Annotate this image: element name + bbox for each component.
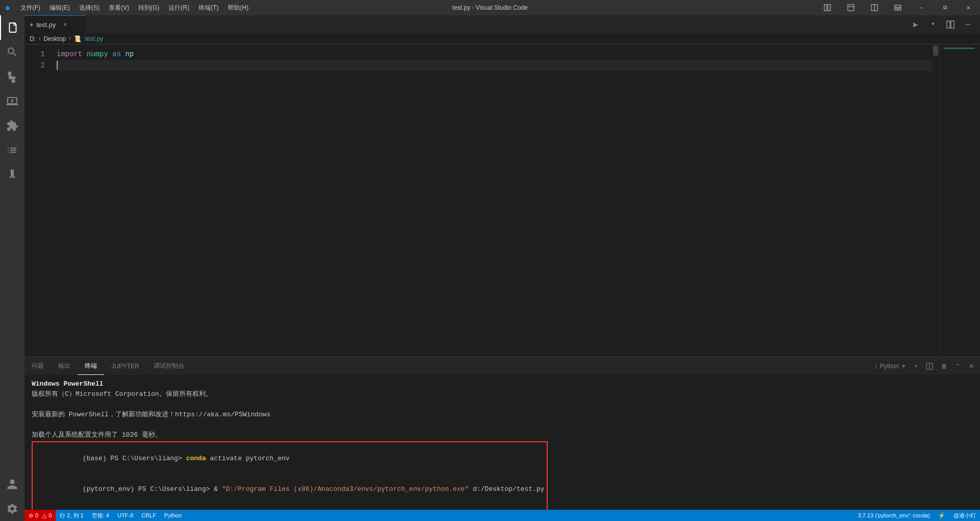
panel: 问题 输出 终端 JUPYTER 调试控制台 〈 Python ▼ + 🗑 [24, 357, 980, 510]
maximize-panel-btn[interactable]: ⌃ [952, 362, 964, 371]
terminal-shell-selector[interactable]: 〈 Python ▼ [872, 362, 909, 371]
more-actions-btn[interactable]: ⋯ [961, 17, 975, 32]
status-bar-left: ⊘ 0 △ 0 行 2, 列 1 空格: 4 UTF-8 CRLF [24, 510, 186, 521]
breadcrumb-drive[interactable]: D: [30, 35, 36, 42]
status-encoding[interactable]: UTF-8 [113, 510, 137, 521]
minimap [939, 44, 980, 357]
minimize-btn[interactable]: − [910, 0, 933, 15]
menu-terminal[interactable]: 终端(T) [194, 2, 223, 14]
main-layout: ● test.py ✕ ▶ ▼ ⋯ D: › Desktop › 📜 test.… [0, 15, 980, 521]
editor-cursor [57, 61, 58, 70]
svg-rect-6 [895, 5, 901, 7]
status-cursor-position[interactable]: 行 2, 列 1 [56, 510, 87, 521]
terminal-content[interactable]: Windows PowerShell 版权所有（C）Microsoft Corp… [24, 375, 980, 510]
panel-tab-terminal[interactable]: 终端 [78, 357, 104, 375]
titlebar-left: ◆ 文件(F) 编辑(E) 选择(S) 查看(V) 转到(G) 运行(R) 终端… [5, 2, 253, 14]
panel-tab-debug-console[interactable]: 调试控制台 [146, 357, 191, 375]
menu-edit[interactable]: 编辑(E) [45, 2, 74, 14]
breadcrumb-folder[interactable]: Desktop [43, 35, 66, 42]
status-spaces[interactable]: 空格: 4 [88, 510, 113, 521]
tab-actions: ▶ ▼ ⋯ [909, 15, 980, 33]
conda-prompt-prefix: (base) PS C:\Users\liang> [83, 455, 186, 462]
spaces-text: 空格: 4 [92, 512, 109, 519]
panel-layout-btn[interactable] [839, 0, 863, 15]
window-title: test.py - Visual Studio Code [452, 4, 528, 11]
panel-tabs: 问题 输出 终端 JUPYTER 调试控制台 〈 Python ▼ + 🗑 [24, 357, 980, 375]
menu-run[interactable]: 运行(R) [164, 2, 193, 14]
menu-goto[interactable]: 转到(G) [134, 2, 163, 14]
user-text: @凌小灯 [953, 512, 976, 519]
run-cmd-amp: & [214, 485, 222, 493]
menu-help[interactable]: 帮助(H) [224, 2, 253, 14]
menu-view[interactable]: 查看(V) [105, 2, 133, 14]
np-identifier: np [125, 49, 134, 60]
activity-item-remote-explorer[interactable] [0, 138, 24, 162]
activity-bar-bottom [0, 472, 24, 521]
status-python-version[interactable]: 3.7.13 ('pytorch_env': conda) [854, 510, 934, 521]
layout-btn[interactable] [816, 0, 839, 15]
line-number-1: 1 [24, 49, 45, 60]
activity-item-settings[interactable] [0, 496, 24, 521]
python-file-icon: ● [30, 21, 33, 28]
panel-tab-jupyter[interactable]: JUPYTER [104, 357, 146, 375]
ps-header: Windows PowerShell [32, 380, 103, 388]
kill-terminal-btn[interactable]: 🗑 [938, 362, 950, 371]
vscode-icon: ◆ [5, 3, 10, 13]
code-content[interactable]: import numpy as np [53, 44, 932, 357]
warning-icon: △ [42, 512, 46, 519]
customize-layout-btn[interactable] [886, 0, 910, 15]
status-lightning[interactable]: ⚡ [934, 510, 949, 521]
error-count: 0 [35, 512, 38, 518]
terminal-line-4: 安装最新的 PowerShell，了解新功能和改进！https://aka.ms… [32, 410, 973, 420]
pytorch-prompt-prefix: (pytorch_env) PS C:\Users\liang> [83, 485, 214, 493]
svg-rect-7 [895, 8, 897, 10]
status-errors[interactable]: ⊘ 0 △ 0 [24, 510, 56, 521]
panel-tab-problems[interactable]: 问题 [24, 357, 51, 375]
vertical-scrollbar[interactable] [932, 44, 939, 357]
tab-close-btn[interactable]: ✕ [61, 20, 69, 29]
panel-tab-output[interactable]: 输出 [51, 357, 78, 375]
status-language[interactable]: Python [160, 510, 186, 521]
terminal-line-prompt: (pytorch_env) PS C:\Users\liang> [35, 505, 545, 510]
menu-select[interactable]: 选择(S) [75, 2, 104, 14]
split-editor-right-btn[interactable] [943, 17, 958, 32]
terminal-dropdown-icon: ▼ [901, 364, 906, 369]
split-terminal-btn[interactable] [923, 362, 936, 371]
activity-item-extensions[interactable] [0, 113, 24, 138]
restore-btn[interactable]: ⧉ [933, 0, 957, 15]
activity-item-account[interactable] [0, 472, 24, 496]
breadcrumb: D: › Desktop › 📜 test.py [24, 33, 980, 44]
close-btn[interactable]: ✕ [957, 0, 980, 15]
activity-item-search[interactable] [0, 40, 24, 64]
terminal-line-conda: (base) PS C:\Users\liang> conda activate… [35, 443, 545, 474]
run-dropdown-btn[interactable]: ▼ [926, 17, 940, 32]
menu-file[interactable]: 文件(F) [16, 2, 44, 14]
status-line-ending[interactable]: CRLF [137, 510, 160, 521]
status-user[interactable]: @凌小灯 [949, 510, 980, 521]
split-editor-btn[interactable] [863, 0, 886, 15]
titlebar: ◆ 文件(F) 编辑(E) 选择(S) 查看(V) 转到(G) 运行(R) 终端… [0, 0, 980, 15]
close-panel-btn[interactable]: ✕ [966, 362, 977, 371]
activity-item-source-control[interactable] [0, 64, 24, 89]
svg-rect-1 [828, 5, 830, 11]
run-btn[interactable]: ▶ [909, 17, 923, 32]
svg-rect-8 [898, 8, 901, 10]
code-editor[interactable]: 1 2 import numpy as np [24, 44, 932, 357]
code-line-1: import numpy as np [57, 49, 932, 60]
conda-cmd: conda [186, 455, 206, 462]
copyright-text: 版权所有（C）Microsoft Corporation。保留所有权利。 [32, 390, 212, 398]
svg-rect-0 [824, 5, 827, 11]
numpy-identifier: numpy [87, 49, 108, 60]
activity-item-flask[interactable] [0, 162, 24, 187]
activity-item-explorer[interactable] [0, 15, 24, 40]
tab-label: test.py [36, 21, 56, 29]
as-keyword: as [112, 49, 121, 60]
conda-cmd-rest: activate pytorch_env [206, 455, 289, 462]
line-ending-text: CRLF [141, 512, 156, 518]
new-terminal-btn[interactable]: + [911, 362, 921, 371]
activity-item-run-debug[interactable] [0, 89, 24, 113]
editor-tab-testpy[interactable]: ● test.py ✕ [24, 15, 86, 33]
run-cmd-script: d:/Desktop/test.py [469, 485, 544, 493]
activity-bar [0, 15, 24, 521]
breadcrumb-file[interactable]: 📜 test.py [74, 35, 103, 42]
